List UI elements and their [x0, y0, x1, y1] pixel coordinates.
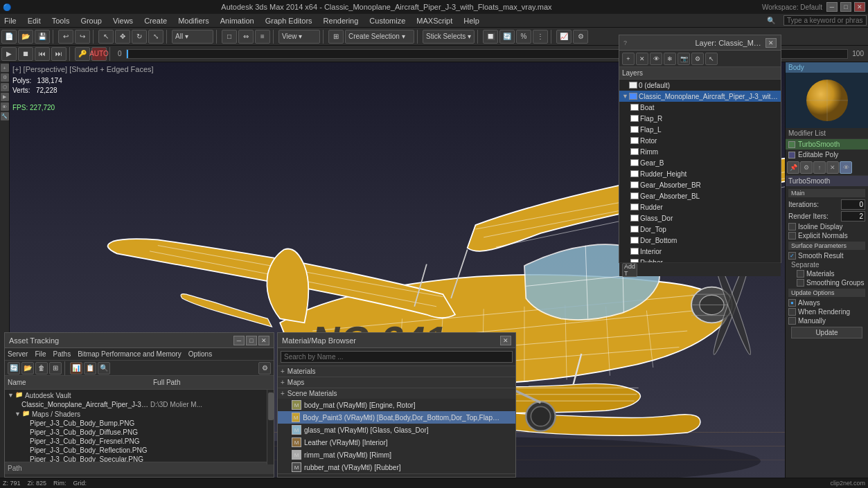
- layer-rudder[interactable]: Rudder: [619, 201, 781, 213]
- texture-reflection[interactable]: Piper_J-3_Cub_Body_Reflection.PNG: [5, 446, 274, 455]
- tb2-key[interactable]: 🔑: [75, 47, 90, 61]
- tb-save-btn[interactable]: 💾: [35, 30, 50, 44]
- asset-menu-bitmap[interactable]: Bitmap Performance and Memory: [78, 350, 181, 358]
- layer-tb-render[interactable]: 📷: [677, 53, 690, 65]
- layer-tb-hide[interactable]: 👁: [650, 53, 662, 65]
- layer-dor-top[interactable]: Dor_Top: [619, 224, 781, 235]
- asset-main-file[interactable]: Classic_Monoplane_Aircraft_Piper_J-3_wit…: [5, 400, 274, 409]
- menu-create[interactable]: Create: [141, 17, 170, 25]
- layer-interior[interactable]: Interior: [619, 246, 781, 257]
- tb-redo-btn[interactable]: ↪: [75, 30, 90, 44]
- asset-maximize-btn[interactable]: □: [246, 336, 257, 345]
- tb2-auto-key[interactable]: AUTO: [91, 47, 107, 61]
- tb-new-btn[interactable]: 📄: [1, 30, 17, 44]
- layer-add-btn[interactable]: Add T: [622, 263, 637, 277]
- ts-manually-radio[interactable]: [788, 317, 796, 325]
- layer-tb-select[interactable]: ↖: [705, 53, 718, 65]
- asset-tb-btn2[interactable]: 📂: [21, 362, 34, 374]
- maps-section-header[interactable]: + Maps: [278, 377, 515, 388]
- app-minimize-btn[interactable]: ─: [826, 2, 838, 12]
- tb-undo-btn[interactable]: ↩: [58, 30, 73, 44]
- asset-close-btn[interactable]: ✕: [258, 336, 269, 345]
- asset-menu-options[interactable]: Options: [188, 350, 212, 358]
- tb-select-filter[interactable]: All ▾: [172, 30, 213, 44]
- ts-explicit-normals-check[interactable]: [788, 232, 796, 240]
- tb-view-dropdown[interactable]: View ▾: [278, 30, 320, 44]
- menu-edit[interactable]: Edit: [25, 17, 44, 25]
- layer-rimm[interactable]: Rimm: [619, 146, 781, 157]
- tb-percent-snap[interactable]: %: [516, 30, 531, 44]
- layer-gear-absorber-bl[interactable]: Gear_Absorber_BL: [619, 190, 781, 201]
- mat-body-paint3[interactable]: M Body_Paint3 (VRayMtl) [Boat,Body,Dor_B…: [278, 411, 515, 424]
- tb-scale-btn[interactable]: ⤡: [148, 30, 163, 44]
- asset-scrollbar[interactable]: [267, 390, 274, 464]
- menu-modifiers[interactable]: Modifiers: [175, 17, 212, 25]
- lp-modify[interactable]: ⚙: [1, 73, 9, 82]
- mat-glass[interactable]: M glass_mat (VRayMtl) [Glass, Glass_Dor]: [278, 424, 515, 436]
- material-search-input[interactable]: [281, 351, 513, 363]
- menu-views[interactable]: Views: [110, 17, 136, 25]
- mat-leather[interactable]: M Leather (VRayMtl) [Interior]: [278, 436, 515, 449]
- texture-diffuse[interactable]: Piper_J-3_Cub_Body_Diffuse.PNG: [5, 428, 274, 437]
- material-close-btn[interactable]: ✕: [500, 336, 511, 345]
- tb-select-btn[interactable]: ↖: [98, 30, 114, 44]
- tb2-play[interactable]: ▶: [1, 47, 17, 61]
- lp-display[interactable]: 👁: [1, 102, 9, 111]
- menu-help[interactable]: Help: [461, 17, 482, 25]
- texture-bump[interactable]: Piper_J-3_Cub_Body_Bump.PNG: [5, 419, 274, 428]
- ts-always-radio[interactable]: ●: [788, 299, 796, 307]
- menu-animation[interactable]: Animation: [218, 17, 257, 25]
- tb-named-sel-field[interactable]: Create Selection ▾: [345, 30, 414, 44]
- menu-file[interactable]: File: [1, 17, 19, 25]
- layer-dor-bottom[interactable]: Dor_Bottom: [619, 235, 781, 246]
- tb-curve-editor[interactable]: 📈: [556, 30, 572, 44]
- asset-tb-btn7[interactable]: 🔍: [98, 362, 110, 374]
- menu-customize[interactable]: Customize: [366, 17, 408, 25]
- tb-open-btn[interactable]: 📂: [18, 30, 33, 44]
- layer-flap-r[interactable]: Flap_R: [619, 113, 781, 124]
- tb-dope-sheet[interactable]: ⚙: [573, 30, 588, 44]
- tb-snap-btn[interactable]: 🔲: [483, 30, 498, 44]
- layer-glass-dor[interactable]: Glass_Dor: [619, 213, 781, 224]
- tb2-stop[interactable]: ⏹: [18, 47, 33, 61]
- mat-rubber[interactable]: M rubber_mat (VRayMtl) [Rubber]: [278, 461, 515, 473]
- ts-render-iters-input[interactable]: [841, 211, 865, 222]
- layer-flap-l[interactable]: Flap_L: [619, 124, 781, 135]
- texture-fresnel[interactable]: Piper_J-3_Cub_Body_Fresnel.PNG: [5, 437, 274, 446]
- ts-smooth-result-check[interactable]: ✓: [788, 252, 796, 260]
- menu-tools[interactable]: Tools: [49, 17, 73, 25]
- tb2-next-frame[interactable]: ⏭: [51, 47, 67, 61]
- ts-isoline-check[interactable]: [788, 223, 796, 231]
- ms-insert-icon[interactable]: ↑: [813, 161, 826, 174]
- tb-named-selections[interactable]: ⊞: [328, 30, 344, 44]
- asset-file-list[interactable]: ▼ 📁 Autodesk Vault Classic_Monoplane_Air…: [5, 390, 274, 462]
- asset-menu-paths[interactable]: Paths: [53, 350, 71, 358]
- layer-rudder-height[interactable]: Rudder_Height: [619, 168, 781, 179]
- asset-tb-btn1[interactable]: 🔄: [8, 362, 20, 374]
- tb-spinner-snap[interactable]: ⋮: [533, 30, 548, 44]
- ts-update-btn[interactable]: Update: [791, 327, 862, 338]
- layer-rotor[interactable]: Rotor: [619, 135, 781, 146]
- ts-materials-check[interactable]: [797, 270, 804, 278]
- menu-group[interactable]: Group: [78, 17, 105, 25]
- scene-materials-header[interactable]: + Scene Materials: [278, 388, 515, 399]
- lp-create[interactable]: +: [1, 64, 9, 72]
- layer-tb-delete[interactable]: ✕: [636, 53, 648, 65]
- tb-rotate-btn[interactable]: ↻: [132, 30, 147, 44]
- asset-vault-header[interactable]: ▼ 📁 Autodesk Vault: [5, 390, 274, 400]
- search-input[interactable]: [783, 15, 867, 26]
- layer-list[interactable]: 0 (default) ▼ Classic_Monoplane_Aircraft…: [619, 80, 781, 262]
- maps-subgroup-header[interactable]: ▼ 📁 Maps / Shaders: [5, 409, 274, 419]
- asset-tb-btn4[interactable]: ⊞: [49, 362, 62, 374]
- tb-snap-toggle[interactable]: Stick Selects ▾: [423, 30, 475, 44]
- tb-mirror[interactable]: ⇔: [238, 30, 254, 44]
- mat-rimm[interactable]: M rimm_mat (VRayMtl) [Rimm]: [278, 449, 515, 461]
- layer-boat[interactable]: Boat: [619, 102, 781, 113]
- ts-iterations-input[interactable]: [841, 199, 865, 210]
- asset-menu-server[interactable]: Server: [8, 350, 28, 358]
- asset-tb-settings[interactable]: ⚙: [258, 362, 271, 374]
- tb-select-region[interactable]: □: [222, 30, 237, 44]
- lp-motion[interactable]: ▶: [1, 93, 9, 101]
- ms-config-icon[interactable]: ⚙: [800, 161, 813, 174]
- layer-0-default[interactable]: 0 (default): [619, 80, 781, 91]
